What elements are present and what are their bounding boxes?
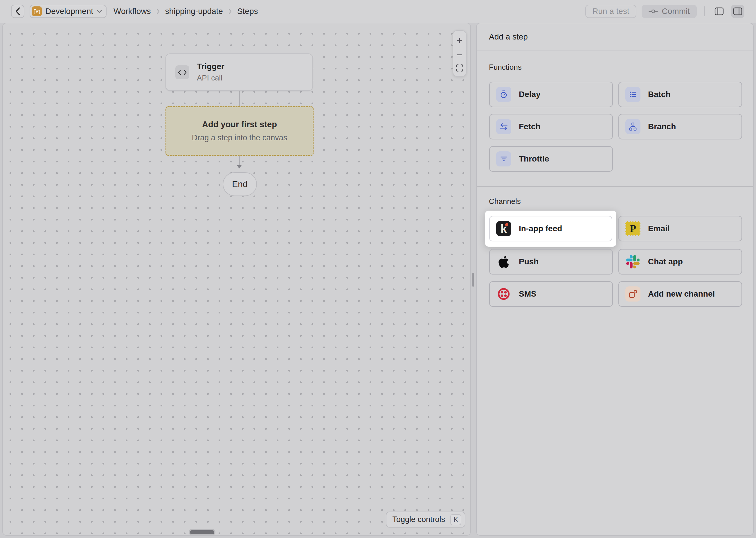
function-card-delay[interactable]: Delay	[489, 81, 613, 107]
section-divider	[477, 186, 753, 187]
top-bar: Development Workflows shipping-update St…	[0, 0, 756, 23]
channels-section-label: Channels	[489, 197, 521, 206]
step-card-label: Branch	[648, 122, 676, 131]
step-card-label: In-app feed	[519, 224, 562, 233]
channel-card-add-new-channel[interactable]: Add new channel	[618, 281, 742, 307]
chevron-right-icon	[156, 9, 160, 14]
add-step-panel: Add a step Functions Delay Batch Fetch B…	[476, 23, 754, 536]
fetch-arrows-icon	[496, 119, 511, 134]
delay-stopwatch-icon	[496, 87, 511, 102]
code-brackets-icon	[175, 65, 189, 79]
run-test-label: Run a test	[592, 7, 630, 16]
folder-lock-icon	[32, 6, 42, 16]
step-card-label: Fetch	[519, 122, 541, 131]
dropzone-title: Add your first step	[202, 120, 277, 129]
git-commit-icon	[648, 8, 658, 14]
zoom-out-button[interactable]: −	[453, 50, 466, 60]
end-node[interactable]: End	[223, 172, 257, 196]
breadcrumb-item-workflow-key[interactable]: shipping-update	[165, 7, 223, 16]
trigger-subtitle: API call	[197, 74, 224, 82]
channel-card-in-app-feed[interactable]: k In-app feed	[489, 216, 612, 242]
channel-card-push[interactable]: Push	[489, 249, 613, 275]
step-card-label: Add new channel	[648, 289, 715, 298]
step-card-label: Email	[648, 224, 670, 233]
step-card-label: Push	[519, 257, 539, 266]
connector-line	[239, 156, 240, 166]
workflow-canvas[interactable]: Trigger API call Add your first step Dra…	[2, 23, 471, 536]
spotlight-highlight: k In-app feed	[485, 211, 616, 246]
add-channel-blocks-icon	[625, 287, 640, 301]
keyboard-shortcut-badge: K	[450, 514, 461, 525]
breadcrumb-item-workflows[interactable]: Workflows	[114, 7, 151, 16]
toggle-controls-button[interactable]: Toggle controls K	[386, 511, 465, 527]
knock-logo-icon: k	[496, 221, 511, 236]
apple-logo-icon	[496, 254, 511, 269]
commit-label: Commit	[662, 7, 690, 16]
step-card-label: Throttle	[519, 154, 549, 164]
function-card-fetch[interactable]: Fetch	[489, 114, 613, 139]
channel-card-sms[interactable]: SMS	[489, 281, 613, 307]
trigger-title: Trigger	[197, 62, 224, 71]
panel-left-toggle-button[interactable]	[712, 5, 726, 18]
panel-right-icon	[733, 7, 742, 15]
panel-header: Add a step	[477, 23, 753, 51]
branch-tree-icon	[625, 119, 640, 134]
panel-left-icon	[715, 7, 724, 15]
vertical-scrollbar-thumb[interactable]	[472, 273, 474, 287]
toolbar-divider	[704, 6, 705, 16]
step-card-label: Delay	[519, 90, 541, 99]
toggle-controls-label: Toggle controls	[392, 515, 445, 524]
plus-icon: +	[457, 35, 462, 45]
step-card-label: SMS	[519, 289, 537, 298]
breadcrumb-item-steps[interactable]: Steps	[237, 7, 258, 16]
fit-view-button[interactable]	[453, 64, 466, 72]
minus-icon: −	[457, 50, 462, 60]
postmark-logo-icon: P	[625, 221, 640, 236]
zoom-controls: + −	[452, 30, 467, 77]
back-button[interactable]	[11, 5, 24, 18]
environment-switcher[interactable]: Development	[29, 5, 107, 18]
first-step-dropzone[interactable]: Add your first step Drag a step into the…	[165, 106, 313, 156]
functions-section-label: Functions	[489, 63, 522, 72]
chevron-right-icon	[228, 9, 232, 14]
fit-view-icon	[456, 64, 463, 72]
zoom-in-button[interactable]: +	[453, 35, 466, 45]
panel-right-toggle-button[interactable]	[731, 5, 744, 18]
throttle-lines-icon	[496, 151, 511, 166]
chevron-left-icon	[15, 7, 21, 16]
channel-card-email[interactable]: P Email	[618, 216, 742, 242]
slack-logo-icon	[625, 254, 640, 269]
twilio-logo-icon	[496, 287, 511, 301]
channel-card-chat-app[interactable]: Chat app	[618, 249, 742, 275]
connector-line	[239, 91, 240, 106]
step-card-label: Batch	[648, 90, 671, 99]
function-card-branch[interactable]: Branch	[618, 114, 742, 139]
horizontal-scrollbar-thumb[interactable]	[190, 530, 214, 534]
batch-list-icon	[625, 87, 640, 102]
breadcrumb: Workflows shipping-update Steps	[114, 7, 258, 16]
function-card-batch[interactable]: Batch	[618, 81, 742, 107]
connector-arrowhead	[237, 165, 242, 169]
function-card-throttle[interactable]: Throttle	[489, 146, 613, 172]
chevron-down-icon	[97, 10, 102, 13]
panel-title: Add a step	[489, 32, 528, 41]
end-label: End	[232, 179, 247, 189]
step-card-label: Chat app	[648, 257, 683, 266]
environment-label: Development	[45, 7, 93, 16]
trigger-node[interactable]: Trigger API call	[165, 53, 313, 91]
dropzone-subtitle: Drag a step into the canvas	[192, 133, 287, 142]
commit-button[interactable]: Commit	[641, 5, 697, 18]
run-test-button[interactable]: Run a test	[585, 5, 637, 18]
